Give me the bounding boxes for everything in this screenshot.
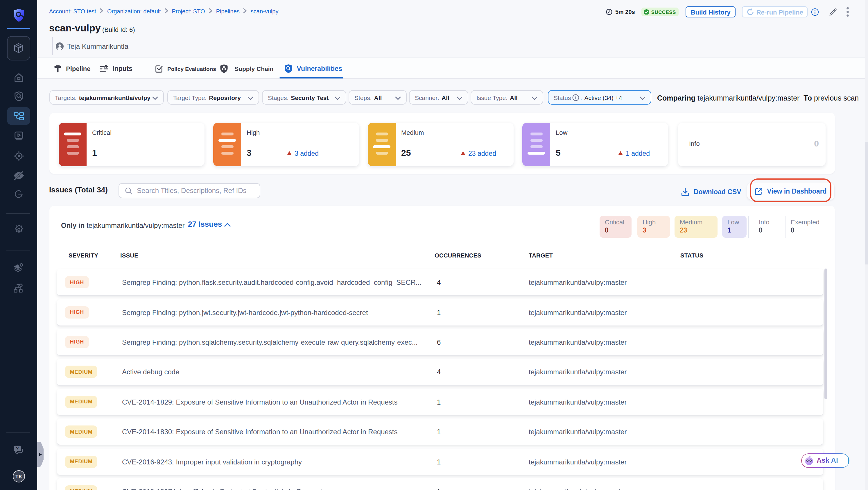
svg-text:?: ? xyxy=(16,446,19,451)
